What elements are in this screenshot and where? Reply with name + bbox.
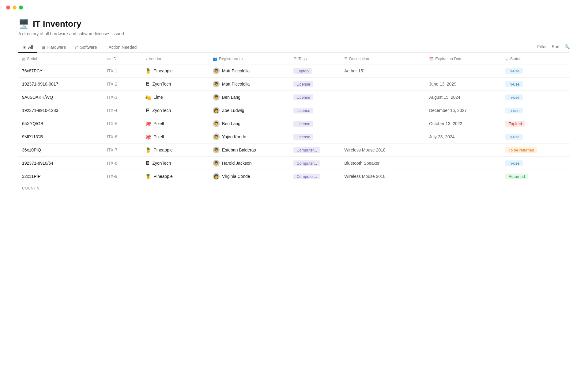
col-registered-header[interactable]: 👥 Registered to	[209, 53, 290, 64]
vendor-name: ZyonTech	[153, 161, 171, 166]
page-header: 🖥️ IT Inventory	[18, 19, 570, 29]
cell-expiration: October 13, 2022	[425, 117, 502, 130]
user-name: Ben Lang	[222, 95, 240, 100]
table-row[interactable]: 32x11PIP ITX-9 🍍 Pineapple 👩 Virginia Co…	[18, 170, 570, 183]
vendor-emoji: 🐙	[145, 121, 151, 127]
cell-registered: 👨 Matt Piccolella	[209, 78, 290, 91]
cell-vendor: 🐙 Pixell	[141, 130, 209, 144]
cell-tags: License	[290, 117, 341, 130]
cell-vendor: 🍍 Pineapple	[141, 64, 209, 78]
status-badge: In-use	[505, 160, 522, 166]
tags-icon: ☰	[293, 57, 297, 61]
vendor-name: Pineapple	[154, 174, 173, 179]
vendor-icon: ⬧	[145, 57, 147, 61]
table-row[interactable]: 9A8SDAKH/WQ ITX-3 🍋 Lime 👨 Ben Lang Lice…	[18, 91, 570, 104]
cell-vendor: 🖥 ZyonTech	[141, 78, 209, 91]
avatar: 👨	[213, 81, 220, 87]
cell-id: ITX-7	[103, 144, 141, 157]
cell-vendor: 🖥 ZyonTech	[141, 157, 209, 170]
cell-vendor: 🍍 Pineapple	[141, 170, 209, 183]
tag-badge: License	[293, 108, 313, 113]
table-row[interactable]: 192371-9910-0017 ITX-2 🖥 ZyonTech 👨 Matt…	[18, 78, 570, 91]
col-description-header[interactable]: ☰ Description	[341, 53, 425, 64]
user-name: Matt Piccolella	[222, 82, 250, 86]
expiration-icon: 📅	[429, 57, 434, 61]
user-name: Ben Lang	[222, 121, 240, 126]
cell-tags: Laptop	[290, 64, 341, 78]
vendor-name: Pixell	[154, 121, 164, 126]
description-icon: ☰	[344, 57, 348, 61]
tag-badge: License	[293, 121, 313, 127]
avatar: 👨	[213, 94, 220, 101]
avatar: 👩	[213, 107, 220, 114]
search-button[interactable]: 🔍	[564, 44, 570, 49]
vendor-name: Pixell	[154, 134, 164, 139]
cell-vendor: 🐙 Pixell	[141, 117, 209, 130]
table-row[interactable]: 192371-8910-1283 ITX-4 🖥 ZyonTech 👩 Zoe …	[18, 104, 570, 117]
cell-description	[341, 104, 425, 117]
table-row[interactable]: 76x87PCY ITX-1 🍍 Pineapple 👨 Matt Piccol…	[18, 64, 570, 78]
tab-action-needed[interactable]: ! Action Needed	[101, 42, 141, 53]
cell-serial: 32x11PIP	[18, 170, 103, 183]
vendor-emoji: 🐙	[145, 134, 151, 140]
vendor-name: Pineapple	[154, 68, 173, 73]
tag-badge: Computer...	[293, 147, 320, 153]
filter-button[interactable]: Filter	[537, 44, 547, 49]
cell-tags: License	[290, 91, 341, 104]
tab-hardware-label: Hardware	[47, 45, 66, 50]
tab-action-icon: !	[106, 45, 107, 50]
status-badge: To be returned	[505, 147, 537, 153]
cell-registered: 👨 Ben Lang	[209, 91, 290, 104]
col-status-header[interactable]: ◎ Status	[502, 53, 570, 64]
tag-badge: License	[293, 134, 313, 140]
table-row[interactable]: 65XYQ/GB ITX-5 🐙 Pixell 👨 Ben Lang Licen…	[18, 117, 570, 130]
table-row[interactable]: 36x10PIQ ITX-7 🍍 Pineapple 👨 Esteban Bal…	[18, 144, 570, 157]
cell-registered: 👨 Esteban Balderas	[209, 144, 290, 157]
col-tags-header[interactable]: ☰ Tags	[290, 53, 341, 64]
cell-id: ITX-4	[103, 104, 141, 117]
col-expiration-header[interactable]: 📅 Expiration Date	[425, 53, 502, 64]
cell-id: ITX-9	[103, 170, 141, 183]
count-label: COUNT	[22, 186, 36, 190]
cell-serial: 9A8SDAKH/WQ	[18, 91, 103, 104]
cell-serial: 192371-8910-1283	[18, 104, 103, 117]
cell-registered: 👩 Zoe Ludwig	[209, 104, 290, 117]
table-row[interactable]: 192371-8910/54 ITX-8 🖥 ZyonTech 👨 Harold…	[18, 157, 570, 170]
tab-hardware-icon: ▦	[42, 45, 46, 50]
cell-description	[341, 91, 425, 104]
cell-description	[341, 78, 425, 91]
traffic-lights	[0, 0, 588, 13]
page-title: IT Inventory	[33, 19, 81, 29]
cell-id: ITX-5	[103, 117, 141, 130]
close-button[interactable]	[6, 6, 10, 10]
tab-hardware[interactable]: ▦ Hardware	[37, 42, 70, 53]
minimize-button[interactable]	[13, 6, 17, 10]
status-badge: In-use	[505, 68, 522, 74]
vendor-name: Pineapple	[154, 148, 173, 152]
count-value: 9	[37, 186, 39, 190]
cell-registered: 👩 Virginia Conde	[209, 170, 290, 183]
col-vendor-header[interactable]: ⬧ Vendor	[141, 53, 209, 64]
cell-description: Bluetooth Speaker	[341, 157, 425, 170]
status-badge: Returned	[505, 174, 528, 179]
registered-icon: 👥	[213, 57, 217, 61]
status-badge: Expired	[505, 121, 525, 127]
cell-vendor: 🖥 ZyonTech	[141, 104, 209, 117]
tab-all[interactable]: ✳ All	[18, 42, 37, 53]
cell-description: Wireless Mouse 2018	[341, 170, 425, 183]
sort-button[interactable]: Sort	[552, 44, 560, 49]
maximize-button[interactable]	[19, 6, 23, 10]
vendor-emoji: 🖥	[145, 108, 150, 113]
avatar: 👨	[213, 120, 220, 127]
tab-all-icon: ✳	[23, 45, 26, 50]
tab-software[interactable]: ⇄ Software	[70, 42, 101, 53]
col-id-header[interactable]: № ID	[103, 53, 141, 64]
col-serial-header[interactable]: ▦ Serial	[18, 53, 103, 64]
cell-registered: 👨 Yojiro Kondo	[209, 130, 290, 144]
vendor-emoji: 🖥	[145, 160, 150, 166]
table-row[interactable]: 9MP11/GB ITX-6 🐙 Pixell 👨 Yojiro Kondo L…	[18, 130, 570, 144]
status-badge: In-use	[505, 94, 522, 100]
cell-tags: License	[290, 104, 341, 117]
cell-status: Returned	[502, 170, 570, 183]
cell-id: ITX-6	[103, 130, 141, 144]
